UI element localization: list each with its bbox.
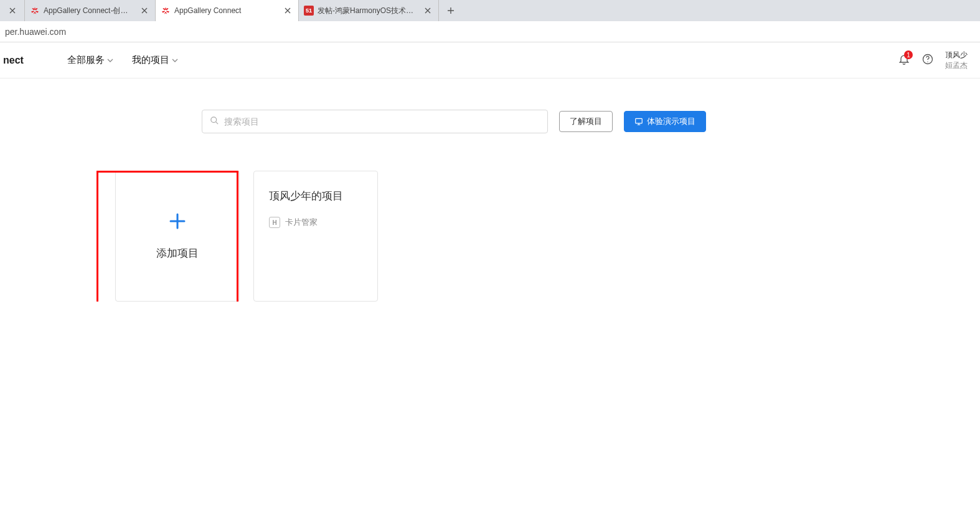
project-card[interactable]: 顶风少年的项目 H 卡片管家 bbox=[253, 171, 378, 302]
user-menu[interactable]: 顶风少 姮孟杰 bbox=[945, 50, 968, 71]
help-button[interactable] bbox=[921, 53, 934, 67]
project-app-row: H 卡片管家 bbox=[269, 217, 318, 228]
huawei-favicon-icon bbox=[30, 6, 40, 16]
add-project-label: 添加项目 bbox=[156, 246, 199, 260]
browser-tab-strip: AppGallery Connect-创建您的A AppGallery Conn… bbox=[0, 0, 980, 21]
search-icon bbox=[210, 116, 219, 127]
help-icon bbox=[921, 53, 934, 65]
add-project-card[interactable]: 添加项目 bbox=[115, 171, 240, 302]
demo-icon bbox=[634, 117, 643, 126]
nav-all-services[interactable]: 全部服务 bbox=[67, 54, 113, 66]
search-input[interactable] bbox=[224, 117, 540, 126]
plus-icon bbox=[168, 212, 187, 232]
button-label: 了解项目 bbox=[570, 116, 602, 127]
learn-project-button[interactable]: 了解项目 bbox=[559, 111, 613, 132]
tab-title: 发帖-鸿蒙HarmonyOS技术社区 bbox=[318, 6, 418, 16]
notification-badge: 1 bbox=[904, 50, 913, 59]
close-icon[interactable] bbox=[283, 6, 292, 15]
chevron-down-icon bbox=[107, 57, 113, 64]
notification-bell[interactable]: 1 bbox=[898, 53, 910, 67]
browser-tab-0[interactable] bbox=[0, 0, 25, 21]
toolbar-row: 了解项目 体验演示项目 bbox=[0, 110, 980, 133]
app-badge-icon: H bbox=[269, 217, 280, 228]
svg-point-2 bbox=[211, 117, 217, 123]
user-line2: 姮孟杰 bbox=[945, 60, 968, 71]
cards-area: 添加项目 顶风少年的项目 H 卡片管家 bbox=[0, 171, 980, 302]
chevron-down-icon bbox=[172, 57, 178, 64]
agc-logo-text: nect bbox=[3, 55, 24, 66]
close-icon[interactable] bbox=[423, 6, 432, 15]
51cto-favicon-icon: 51 bbox=[304, 6, 314, 16]
browser-tab-1[interactable]: AppGallery Connect-创建您的A bbox=[25, 0, 156, 21]
new-tab-button[interactable] bbox=[441, 1, 460, 20]
tab-title: AppGallery Connect-创建您的A bbox=[44, 6, 135, 16]
nav-item-label: 我的项目 bbox=[132, 54, 169, 66]
close-icon[interactable] bbox=[140, 6, 149, 15]
app-name: 卡片管家 bbox=[285, 217, 318, 228]
browser-tab-2-active[interactable]: AppGallery Connect bbox=[156, 0, 299, 21]
close-icon[interactable] bbox=[8, 6, 17, 15]
agc-top-nav: nect 全部服务 我的项目 1 顶风少 姮孟杰 bbox=[0, 42, 980, 79]
project-name: 顶风少年的项目 bbox=[269, 189, 343, 203]
address-bar[interactable]: per.huawei.com bbox=[0, 21, 980, 42]
nav-my-projects[interactable]: 我的项目 bbox=[132, 54, 178, 66]
agc-nav-menu: 全部服务 我的项目 bbox=[67, 54, 178, 66]
nav-item-label: 全部服务 bbox=[67, 54, 105, 66]
search-project-box[interactable] bbox=[202, 110, 548, 133]
main-content: 了解项目 体验演示项目 添加项目 顶风少年的项目 H 卡片管家 bbox=[0, 79, 980, 302]
browser-tab-3[interactable]: 51 发帖-鸿蒙HarmonyOS技术社区 bbox=[299, 0, 439, 21]
demo-project-button[interactable]: 体验演示项目 bbox=[624, 111, 706, 132]
tab-title: AppGallery Connect bbox=[174, 6, 278, 15]
svg-point-1 bbox=[927, 62, 928, 62]
button-label: 体验演示项目 bbox=[647, 116, 695, 127]
url-text: per.huawei.com bbox=[5, 27, 66, 37]
agc-top-right: 1 顶风少 姮孟杰 bbox=[898, 50, 968, 71]
huawei-favicon-icon bbox=[161, 6, 171, 16]
cards-grid: 添加项目 顶风少年的项目 H 卡片管家 bbox=[97, 171, 980, 302]
svg-rect-3 bbox=[636, 118, 643, 123]
user-line1: 顶风少 bbox=[945, 50, 968, 60]
